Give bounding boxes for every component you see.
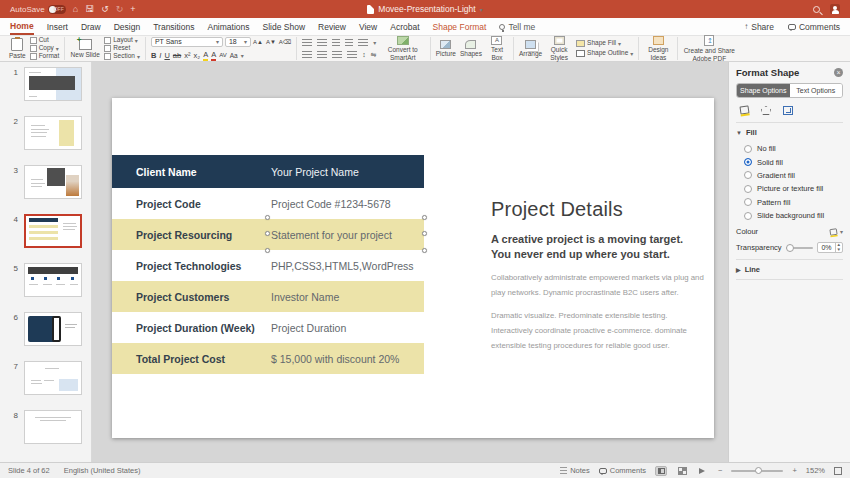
shrink-font-button[interactable]: A▼ xyxy=(266,39,276,45)
font-size-select[interactable]: 18▾ xyxy=(225,37,251,47)
notes-button[interactable]: Notes xyxy=(560,466,590,475)
table-row-header[interactable]: Client Name Your Project Name xyxy=(112,155,424,188)
slide-3-preview[interactable] xyxy=(24,165,82,199)
comments-button[interactable]: Comments xyxy=(788,22,840,32)
slide-6-preview[interactable] xyxy=(24,312,82,346)
shape-fill-button[interactable]: Shape Fill▾ xyxy=(576,40,633,47)
selection-handle-bottom-left[interactable] xyxy=(265,248,270,253)
slide-thumbnail-7[interactable]: 7 xyxy=(0,361,85,395)
autosave-toggle[interactable]: AutoSave OFF xyxy=(10,5,66,14)
tab-text-options[interactable]: Text Options xyxy=(790,84,843,97)
zoom-slider[interactable] xyxy=(731,470,783,472)
new-slide-button[interactable]: New Slide xyxy=(70,39,100,58)
colour-picker-button[interactable]: ▾ xyxy=(829,228,843,236)
clear-formatting-button[interactable]: A⌫ xyxy=(279,39,292,45)
zoom-slider-thumb[interactable] xyxy=(755,467,762,474)
copy-button[interactable]: Copy▾ xyxy=(30,45,60,52)
radio-icon-selected[interactable] xyxy=(744,158,752,166)
slide-thumbnail-2[interactable]: 2 xyxy=(0,116,85,150)
tab-view[interactable]: View xyxy=(359,19,377,34)
slideshow-view-button[interactable] xyxy=(697,466,709,476)
stepper-arrows-icon[interactable]: ▲▼ xyxy=(835,243,842,252)
radio-icon[interactable] xyxy=(744,198,752,206)
slide-thumbnail-3[interactable]: 3 xyxy=(0,165,85,199)
zoom-out-icon[interactable]: − xyxy=(718,466,722,475)
transparency-slider-thumb[interactable] xyxy=(786,244,794,252)
search-icon[interactable] xyxy=(813,6,820,13)
project-details-textbox[interactable]: Project Details A creative project is a … xyxy=(491,198,705,354)
slide-1-preview[interactable] xyxy=(24,67,82,101)
selection-handle-top-left[interactable] xyxy=(265,215,270,220)
paragraph-spacing-icon[interactable] xyxy=(358,39,368,47)
reset-button[interactable]: Reset xyxy=(104,45,140,52)
design-ideas-button[interactable]: Design Ideas xyxy=(644,36,672,60)
slide-thumbnail-1[interactable]: 1 xyxy=(0,67,85,101)
change-case-button[interactable]: Aa xyxy=(230,52,238,59)
justify-icon[interactable] xyxy=(347,51,357,59)
tab-slide-show[interactable]: Slide Show xyxy=(263,19,306,34)
slide-thumbnail-5[interactable]: 5 xyxy=(0,263,85,297)
save-icon[interactable]: 🖫 xyxy=(85,5,94,14)
fill-option-gradient-fill[interactable]: Gradient fill xyxy=(736,169,843,182)
slide-5-preview[interactable] xyxy=(24,263,82,297)
slide-thumbnail-6[interactable]: 6 xyxy=(0,312,85,346)
effects-icon[interactable] xyxy=(761,106,771,115)
grow-font-button[interactable]: A▲ xyxy=(253,39,263,45)
tab-review[interactable]: Review xyxy=(318,19,346,34)
slide-sorter-view-button[interactable] xyxy=(676,466,688,476)
adobe-pdf-button[interactable]: Create and Share Adobe PDF xyxy=(683,35,735,61)
tab-insert[interactable]: Insert xyxy=(47,19,68,34)
size-properties-icon[interactable] xyxy=(783,106,793,115)
account-avatar[interactable] xyxy=(830,4,840,14)
slide-indicator[interactable]: Slide 4 of 62 xyxy=(8,466,50,475)
tab-shape-options[interactable]: Shape Options xyxy=(737,84,790,97)
zoom-in-icon[interactable]: + xyxy=(792,466,796,475)
normal-view-button[interactable] xyxy=(655,466,667,476)
redo-icon[interactable]: ↻ xyxy=(116,5,124,14)
bullets-icon[interactable] xyxy=(302,39,312,47)
more-commands-icon[interactable]: + xyxy=(130,5,135,14)
slide-8-preview[interactable] xyxy=(24,410,82,444)
shapes-button[interactable]: Shapes xyxy=(460,40,482,57)
text-direction-button[interactable]: ⇋ xyxy=(371,51,377,58)
arrange-button[interactable]: Arrange xyxy=(519,40,542,57)
radio-icon[interactable] xyxy=(744,171,752,179)
selection-handle-mid-right[interactable] xyxy=(422,231,427,236)
strikethrough-button[interactable]: ab xyxy=(173,51,181,60)
tab-draw[interactable]: Draw xyxy=(81,19,101,34)
close-pane-icon[interactable]: × xyxy=(834,68,843,77)
shape-outline-button[interactable]: Shape Outline▾ xyxy=(576,50,633,57)
tab-design[interactable]: Design xyxy=(114,19,140,34)
tab-acrobat[interactable]: Acrobat xyxy=(390,19,419,34)
transparency-value-stepper[interactable]: 0% ▲▼ xyxy=(817,242,843,253)
tab-transitions[interactable]: Transitions xyxy=(153,19,194,34)
home-icon[interactable]: ⌂ xyxy=(73,5,78,14)
table-row[interactable]: Project Customers Investor Name xyxy=(112,281,424,312)
decrease-indent-icon[interactable] xyxy=(332,39,340,47)
fill-option-solid-fill[interactable]: Solid fill xyxy=(736,155,843,168)
superscript-button[interactable]: x² xyxy=(184,51,190,60)
undo-icon[interactable]: ↺ xyxy=(101,5,109,14)
selection-handle-top-right[interactable] xyxy=(422,215,427,220)
slide-2-preview[interactable] xyxy=(24,116,82,150)
tab-home[interactable]: Home xyxy=(10,18,34,35)
table-row[interactable]: Project Technologies PHP,CSS3,HTML5,Word… xyxy=(112,250,424,281)
picture-button[interactable]: Picture xyxy=(436,40,456,57)
radio-icon[interactable] xyxy=(744,145,752,153)
cut-button[interactable]: Cut xyxy=(30,37,60,44)
layout-button[interactable]: Layout▾ xyxy=(104,37,140,44)
underline-button[interactable]: U xyxy=(164,51,169,60)
tell-me-search[interactable]: Tell me xyxy=(499,22,535,32)
zoom-level[interactable]: 152% xyxy=(806,466,825,475)
radio-icon[interactable] xyxy=(744,185,752,193)
align-left-icon[interactable] xyxy=(302,51,312,59)
increase-indent-icon[interactable] xyxy=(345,39,353,47)
fill-option-picture-texture-fill[interactable]: Picture or texture fill xyxy=(736,182,843,195)
radio-icon[interactable] xyxy=(744,212,752,220)
table-row[interactable]: Project Duration (Week) Project Duration xyxy=(112,312,424,343)
quick-styles-button[interactable]: Quick Styles xyxy=(546,36,572,60)
comments-toggle-button[interactable]: Comments xyxy=(599,466,646,475)
align-right-icon[interactable] xyxy=(332,51,342,59)
table-row[interactable]: Total Project Cost $ 15,000 with discoun… xyxy=(112,343,424,374)
line-spacing-button[interactable]: ↕ xyxy=(362,51,366,58)
